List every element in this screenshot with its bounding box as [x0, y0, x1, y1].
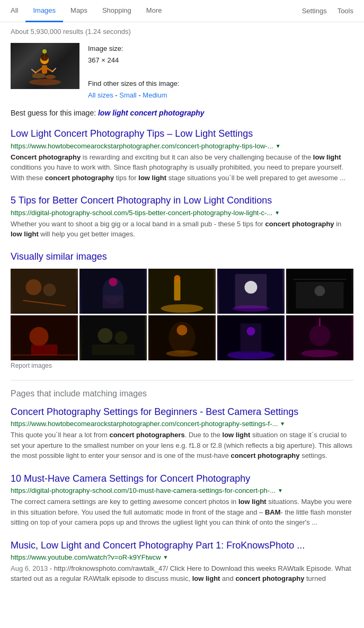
pages-result-3-title[interactable]: Music, Low Light and Concert Photography… — [11, 539, 353, 552]
pages-result-1: Concert Photography Settings for Beginne… — [11, 406, 353, 461]
tab-maps[interactable]: Maps — [63, 0, 95, 22]
similar-image-6[interactable] — [11, 315, 78, 360]
pages-result-2-snippet: The correct camera settings are key to g… — [11, 497, 353, 528]
svg-line-7 — [35, 68, 42, 73]
bold-4: low light — [238, 498, 267, 506]
similar-image-8[interactable] — [148, 315, 216, 360]
pages-result-1-title[interactable]: Concert Photography Settings for Beginne… — [11, 406, 353, 418]
navigation-bar: All Images Maps Shopping More Settings T… — [0, 0, 364, 22]
svg-point-0 — [29, 79, 61, 85]
pages-result-2-url-row: https://digital-photography-school.com/1… — [11, 487, 353, 494]
pages-result-3-snippet: Aug 6, 2013 - http://froknowsphoto.com/r… — [11, 563, 353, 584]
pages-result-3-dropdown[interactable]: ▼ — [163, 554, 168, 560]
svg-rect-3 — [32, 74, 45, 78]
best-guess-query[interactable]: low light concert photography — [98, 109, 205, 117]
snippet-bold-2: low light — [313, 153, 341, 161]
svg-point-11 — [42, 49, 47, 54]
svg-point-43 — [177, 325, 188, 335]
pages-result-1-url-row: https://www.howtobecomearockstarphotogra… — [11, 420, 353, 428]
pages-result-2-dropdown[interactable]: ▼ — [278, 488, 283, 493]
nav-tabs: All Images Maps Shopping More — [11, 0, 302, 22]
nav-right: Settings Tools — [302, 7, 353, 15]
svg-point-44 — [166, 350, 198, 357]
snippet-bold-5: concert photography — [265, 220, 334, 228]
svg-point-28 — [233, 305, 270, 312]
svg-line-10 — [52, 68, 56, 72]
pages-result-1-snippet: This quote you´ll hear a lot from concer… — [11, 430, 353, 461]
tab-all[interactable]: All — [11, 0, 25, 22]
similar-image-10[interactable] — [286, 315, 353, 360]
bold-5: BAM — [265, 508, 281, 516]
small-size-link[interactable]: Small — [119, 91, 137, 99]
similar-image-9[interactable] — [217, 315, 285, 360]
result-2-title[interactable]: 5 Tips for Better Concert Photography in… — [11, 194, 353, 207]
bold-1: concert photographers — [109, 431, 184, 439]
svg-line-9 — [32, 69, 35, 73]
result-2-dropdown-arrow[interactable]: ▼ — [274, 210, 280, 216]
tab-more[interactable]: More — [139, 0, 170, 22]
similar-image-7[interactable] — [79, 315, 147, 360]
result-1-snippet: Concert photography is rewarding and exc… — [11, 152, 353, 183]
svg-point-32 — [315, 286, 325, 296]
bold-3: concert photography — [231, 452, 300, 459]
snippet-bold-1: Concert photography — [11, 153, 81, 161]
svg-point-27 — [245, 281, 258, 294]
visually-similar-heading[interactable]: Visually similar images — [11, 251, 353, 262]
best-guess-row: Best guess for this image: low light con… — [11, 109, 353, 117]
search-result-1: Low Light Concert Photography Tips – Low… — [11, 128, 353, 183]
svg-point-34 — [30, 327, 49, 346]
result-1-dropdown-arrow[interactable]: ▼ — [276, 143, 281, 149]
similar-image-4[interactable] — [217, 269, 285, 314]
tools-link[interactable]: Tools — [338, 7, 353, 15]
svg-point-48 — [247, 327, 255, 335]
search-result-2: 5 Tips for Better Concert Photography in… — [11, 194, 353, 239]
pages-section: Pages that include matching images Conce… — [11, 389, 353, 584]
thumbnail-image — [11, 43, 79, 89]
result-1-url-row: https://www.howtobecomearockstarphotogra… — [11, 142, 353, 150]
report-images-link[interactable]: Report images — [11, 362, 353, 369]
image-details-panel: Image size: 367 × 244 Find other sizes o… — [88, 43, 180, 101]
result-2-snippet: Whether you want to shoot a big gig or a… — [11, 219, 353, 240]
bold-2: low light — [223, 431, 251, 439]
snippet-bold-3: concert photography — [45, 174, 114, 182]
svg-point-22 — [161, 304, 203, 313]
pages-heading: Pages that include matching images — [11, 389, 353, 399]
settings-link[interactable]: Settings — [302, 7, 327, 15]
similar-images-grid — [11, 269, 353, 360]
svg-rect-4 — [42, 65, 47, 74]
pages-result-1-dropdown[interactable]: ▼ — [280, 421, 285, 427]
svg-point-51 — [301, 350, 339, 357]
svg-rect-35 — [31, 344, 58, 355]
pages-result-2-url: https://digital-photography-school.com/1… — [11, 487, 276, 494]
bold-6: low light — [192, 574, 220, 582]
result-1-url: https://www.howtobecomearockstarphotogra… — [11, 142, 273, 150]
similar-image-3[interactable] — [148, 269, 216, 314]
svg-point-39 — [115, 331, 128, 344]
svg-point-38 — [98, 328, 113, 343]
result-2-url: https://digital-photography-school.com/5… — [11, 209, 272, 217]
result-stats: About 5,930,000 results (1.24 seconds) — [11, 28, 353, 36]
svg-rect-20 — [103, 295, 124, 308]
svg-rect-40 — [92, 344, 135, 355]
pages-result-2-title[interactable]: 10 Must-Have Camera Settings for Concert… — [11, 473, 353, 485]
similar-image-1[interactable] — [11, 269, 78, 314]
all-sizes-link[interactable]: All sizes — [88, 91, 113, 99]
similar-image-5[interactable] — [286, 269, 353, 314]
best-guess-prefix: Best guess for this image: — [11, 109, 98, 117]
svg-rect-23 — [174, 279, 181, 300]
result-1-title[interactable]: Low Light Concert Photography Tips – Low… — [11, 128, 353, 140]
pages-result-3-url-row: https://www.youtube.com/watch?v=oR-k9YFt… — [11, 553, 353, 561]
query-image-thumbnail[interactable] — [11, 43, 79, 89]
medium-size-link[interactable]: Medium — [143, 91, 167, 99]
svg-point-19 — [109, 278, 118, 286]
image-info-box: Image size: 367 × 244 Find other sizes o… — [11, 43, 353, 101]
tab-shopping[interactable]: Shopping — [95, 0, 139, 22]
snippet-bold-6: low light — [11, 230, 39, 238]
similar-image-2[interactable] — [79, 269, 147, 314]
pages-result-3-url: https://www.youtube.com/watch?v=oR-k9YFt… — [11, 553, 161, 561]
svg-line-8 — [47, 68, 52, 72]
visually-similar-section: Visually similar images — [11, 251, 353, 369]
svg-point-24 — [174, 275, 181, 281]
tab-images[interactable]: Images — [25, 0, 63, 22]
svg-point-2 — [45, 75, 56, 79]
